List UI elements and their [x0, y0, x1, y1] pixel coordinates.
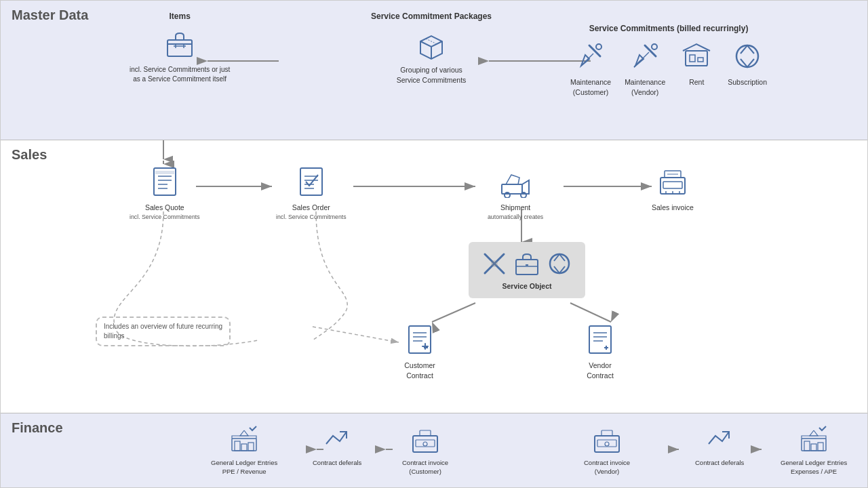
packages-desc: Grouping of various Service Commitments [391, 65, 472, 85]
svg-point-77 [423, 442, 427, 446]
svg-rect-60 [589, 326, 611, 353]
contract-invoice-customer-label: Contract invoice(Customer) [402, 458, 448, 476]
service-object-label: Service Object [502, 281, 552, 291]
sc-title: Service Commitments (billed recurringly) [589, 24, 749, 33]
vendor-contract-label: VendorContract [587, 361, 614, 380]
svg-rect-82 [802, 439, 826, 451]
sales-order-node: Sales Order incl. Service Commitments [276, 164, 347, 221]
svg-rect-76 [420, 430, 431, 436]
contract-invoice-vendor-label: Contract invoice(Vendor) [584, 458, 630, 476]
diagram-container: Master Data [0, 0, 868, 488]
svg-line-4 [589, 45, 600, 56]
svg-rect-12 [690, 55, 695, 62]
gl-entries-expenses-node: General Ledger EntriesExpenses / APE [781, 425, 847, 476]
svg-line-21 [570, 303, 611, 322]
maintenance-customer-label: Maintenance(Customer) [570, 77, 611, 97]
svg-line-24 [313, 327, 399, 342]
items-node: Items incl. Service Commitments or justa… [130, 24, 230, 84]
svg-rect-37 [502, 184, 522, 194]
svg-rect-32 [300, 168, 322, 195]
section-master: Master Data [1, 1, 867, 140]
packages-title: Service Commitment Packages [371, 12, 492, 21]
gl-ppe-label: General Ledger EntriesPPE / Revenue [211, 458, 277, 476]
svg-rect-80 [601, 430, 612, 436]
sales-invoice-label: Sales invoice [652, 203, 694, 213]
maintenance-vendor-label: Maintenance(Vendor) [625, 77, 665, 97]
svg-rect-13 [698, 58, 703, 62]
contract-deferals-right-node: Contract deferals [695, 425, 744, 467]
subscription-node: Subscription [728, 39, 767, 87]
svg-rect-41 [663, 182, 682, 188]
svg-rect-2 [167, 40, 192, 56]
section-finance: Finance [1, 413, 867, 487]
dashed-note-text: Includes an overview of future recurring… [104, 322, 222, 341]
svg-rect-72 [241, 444, 247, 451]
shipment-node: Shipment automatically creates [488, 164, 543, 221]
svg-rect-11 [686, 51, 707, 66]
gl-entries-ppe-node: General Ledger EntriesPPE / Revenue [211, 425, 277, 476]
contract-deferals-left-label: Contract deferals [313, 458, 361, 467]
svg-rect-70 [232, 439, 256, 451]
maintenance-vendor-node: Maintenance(Vendor) [625, 39, 665, 97]
svg-line-20 [432, 303, 475, 322]
subscription-label: Subscription [728, 77, 767, 87]
service-commitments-group: Service Commitments (billed recurringly) [570, 24, 767, 97]
rent-label: Rent [689, 77, 704, 87]
svg-rect-71 [235, 441, 240, 451]
svg-rect-84 [811, 444, 816, 451]
shipment-label: Shipment automatically creates [488, 203, 543, 221]
svg-rect-31 [155, 171, 174, 174]
master-to-sales-arrow [154, 140, 173, 164]
contract-invoice-vendor-node: Contract invoice(Vendor) [584, 425, 630, 476]
master-section-label: Master Data [12, 7, 88, 23]
sales-quote-node: Sales Quote incl. Service Commitments [130, 164, 200, 221]
customer-contract-label: CustomerContract [404, 361, 435, 380]
svg-rect-83 [804, 441, 810, 451]
rent-node: Rent [679, 39, 714, 87]
items-title: Items [170, 12, 191, 21]
svg-rect-73 [248, 443, 254, 451]
svg-point-9 [652, 44, 657, 49]
contract-deferals-right-label: Contract deferals [695, 458, 744, 467]
packages-node: Service Commitment Packages Grouping of … [391, 24, 472, 85]
sales-quote-label: Sales Quote incl. Service Commitments [130, 203, 200, 221]
dashed-note: Includes an overview of future recurring… [96, 317, 231, 346]
contract-invoice-customer-node: Contract invoice(Customer) [402, 425, 448, 476]
svg-point-49 [491, 260, 498, 267]
contract-deferals-left-node: Contract deferals [313, 425, 361, 467]
sales-order-label: Sales Order incl. Service Commitments [276, 203, 347, 221]
customer-contract-node: CustomerContract [402, 322, 437, 380]
gl-expenses-label: General Ledger EntriesExpenses / APE [781, 458, 847, 476]
items-desc: incl. Service Commitments or justas a Se… [130, 65, 230, 84]
svg-rect-78 [595, 436, 619, 452]
svg-point-6 [596, 44, 601, 49]
service-object-container: Service Object [469, 242, 585, 298]
maintenance-customer-node: Maintenance(Customer) [570, 39, 611, 97]
sales-invoice-node: Sales invoice [652, 164, 694, 213]
vendor-contract-node: VendorContract [583, 322, 618, 380]
svg-point-81 [605, 442, 609, 446]
section-sales: Sales [1, 140, 867, 413]
svg-rect-74 [413, 436, 437, 452]
svg-rect-53 [409, 326, 431, 353]
svg-rect-85 [818, 443, 823, 451]
svg-rect-50 [516, 260, 538, 274]
